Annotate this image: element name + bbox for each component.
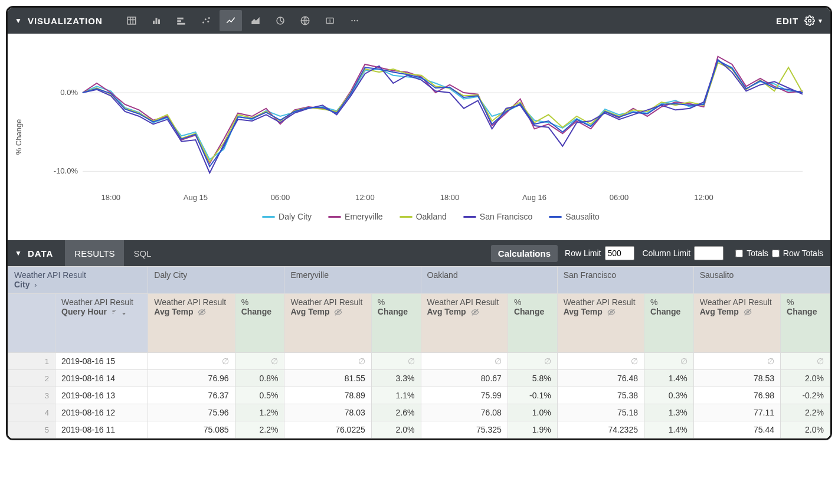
pivot-dimension-header[interactable]: Weather API ResultCity › [8, 267, 148, 294]
calc-cell[interactable]: 0.3% [644, 387, 693, 404]
bar-chart-icon[interactable] [170, 10, 192, 31]
line-chart-icon[interactable] [220, 10, 242, 31]
hour-cell[interactable]: 2019-08-16 15 [55, 353, 148, 370]
measure-cell[interactable]: 76.96 [148, 370, 235, 387]
hour-cell[interactable]: 2019-08-16 11 [55, 421, 148, 438]
measure-cell[interactable]: 81.55 [284, 370, 371, 387]
legend-item[interactable]: Emeryville [328, 212, 383, 221]
calc-header[interactable]: % Change [371, 294, 421, 353]
pie-chart-icon[interactable] [269, 10, 292, 31]
row-totals-checkbox[interactable] [772, 250, 780, 257]
measure-cell[interactable]: 78.89 [284, 387, 371, 404]
tab-sql[interactable]: SQL [124, 240, 161, 266]
pivot-value-header[interactable]: Oakland [421, 267, 557, 294]
legend-item[interactable]: San Francisco [463, 212, 532, 221]
calc-cell[interactable]: 1.0% [508, 404, 557, 421]
calc-cell[interactable]: -0.1% [508, 387, 557, 404]
measure-cell[interactable]: 75.18 [557, 404, 644, 421]
measure-cell[interactable]: 76.08 [421, 404, 508, 421]
measure-cell[interactable]: 75.325 [421, 421, 508, 438]
measure-cell[interactable]: 75.085 [148, 421, 235, 438]
more-icon[interactable] [343, 10, 366, 31]
measure-cell[interactable]: 76.98 [693, 387, 780, 404]
hour-cell[interactable]: 2019-08-16 13 [55, 387, 148, 404]
calc-cell[interactable]: 0.8% [235, 370, 284, 387]
single-value-icon[interactable]: 6 [319, 10, 341, 31]
calc-cell[interactable]: ∅ [235, 353, 284, 370]
measure-header[interactable]: Weather API Result Avg Temp [421, 294, 508, 353]
measure-cell[interactable]: ∅ [284, 353, 371, 370]
measure-cell[interactable]: 76.48 [557, 370, 644, 387]
viz-edit-button[interactable]: EDIT [776, 16, 798, 26]
measure-cell[interactable]: 74.2325 [557, 421, 644, 438]
pivot-value-header[interactable]: Daly City [148, 267, 284, 294]
hour-cell[interactable]: 2019-08-16 14 [55, 370, 148, 387]
measure-cell[interactable]: 78.53 [693, 370, 780, 387]
hour-cell[interactable]: 2019-08-16 12 [55, 404, 148, 421]
calc-header[interactable]: % Change [235, 294, 284, 353]
calc-cell[interactable]: 2.0% [781, 370, 830, 387]
legend-item[interactable]: Sausalito [549, 212, 600, 221]
measure-header[interactable]: Weather API Result Avg Temp [148, 294, 235, 353]
calc-cell[interactable]: ∅ [508, 353, 557, 370]
chevron-down-icon[interactable]: ⌄ [121, 308, 127, 316]
calc-cell[interactable]: 2.0% [371, 421, 421, 438]
calc-cell[interactable]: ∅ [781, 353, 830, 370]
calc-cell[interactable]: 5.8% [508, 370, 557, 387]
measure-header[interactable]: Weather API Result Avg Temp [284, 294, 371, 353]
calculations-button[interactable]: Calculations [491, 245, 558, 262]
measure-cell[interactable]: 75.44 [693, 421, 780, 438]
column-chart-icon[interactable] [145, 10, 168, 31]
table-icon[interactable] [120, 10, 143, 31]
measure-cell[interactable]: 76.37 [148, 387, 235, 404]
pivot-value-header[interactable]: San Francisco [557, 267, 693, 294]
measure-cell[interactable]: 77.11 [693, 404, 780, 421]
calc-cell[interactable]: ∅ [644, 353, 693, 370]
scatter-icon[interactable] [195, 10, 217, 31]
viz-settings-button[interactable]: ▼ [804, 15, 823, 26]
calc-cell[interactable]: 0.5% [235, 387, 284, 404]
legend-item[interactable]: Oakland [400, 212, 447, 221]
calc-cell[interactable]: 1.9% [508, 421, 557, 438]
measure-cell[interactable]: 76.0225 [284, 421, 371, 438]
measure-cell[interactable]: 75.38 [557, 387, 644, 404]
map-icon[interactable] [294, 10, 316, 31]
measure-cell[interactable]: 80.67 [421, 370, 508, 387]
measure-header[interactable]: Weather API Result Avg Temp [557, 294, 644, 353]
col-limit-input[interactable] [694, 246, 724, 260]
calc-header[interactable]: % Change [781, 294, 830, 353]
data-collapse-caret[interactable]: ▼ [15, 249, 22, 257]
calc-cell[interactable]: 2.2% [781, 404, 830, 421]
measure-cell[interactable]: ∅ [693, 353, 780, 370]
viz-collapse-caret[interactable]: ▼ [15, 17, 22, 25]
calc-cell[interactable]: ∅ [371, 353, 421, 370]
measure-cell[interactable]: 75.96 [148, 404, 235, 421]
calc-cell[interactable]: 1.2% [235, 404, 284, 421]
calc-cell[interactable]: 1.1% [371, 387, 421, 404]
legend-item[interactable]: Daly City [262, 212, 312, 221]
row-dimension-header[interactable]: Weather API Result Query Hour ⌄ [55, 294, 148, 353]
calc-header[interactable]: % Change [644, 294, 693, 353]
measure-cell[interactable]: ∅ [421, 353, 508, 370]
calc-cell[interactable]: 2.0% [781, 421, 830, 438]
calc-cell[interactable]: 1.3% [644, 404, 693, 421]
calc-cell[interactable]: 3.3% [371, 370, 421, 387]
calc-header[interactable]: % Change [508, 294, 557, 353]
measure-cell[interactable]: 78.03 [284, 404, 371, 421]
sort-desc-icon[interactable] [112, 309, 119, 316]
pivot-value-header[interactable]: Sausalito [693, 267, 830, 294]
row-limit-input[interactable] [605, 246, 634, 260]
calc-cell[interactable]: -0.2% [781, 387, 830, 404]
area-chart-icon[interactable] [244, 10, 267, 31]
calc-cell[interactable]: 1.4% [644, 421, 693, 438]
totals-checkbox[interactable] [735, 250, 743, 257]
pivot-value-header[interactable]: Emeryville [284, 267, 421, 294]
tab-results[interactable]: RESULTS [65, 240, 124, 266]
measure-cell[interactable]: ∅ [148, 353, 235, 370]
measure-cell[interactable]: 75.99 [421, 387, 508, 404]
measure-header[interactable]: Weather API Result Avg Temp [693, 294, 780, 353]
calc-cell[interactable]: 2.2% [235, 421, 284, 438]
calc-cell[interactable]: 2.6% [371, 404, 421, 421]
measure-cell[interactable]: ∅ [557, 353, 644, 370]
calc-cell[interactable]: 1.4% [644, 370, 693, 387]
